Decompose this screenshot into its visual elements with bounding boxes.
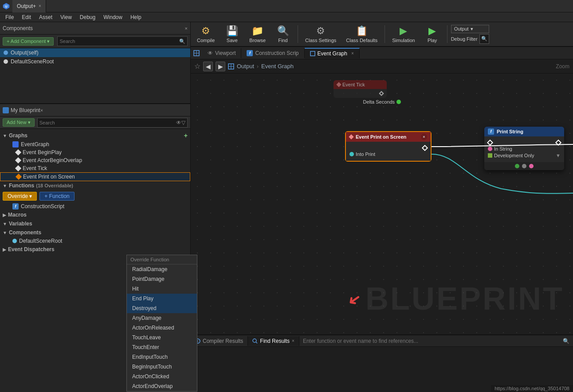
debug-search-button[interactable]: 🔍 (479, 34, 489, 44)
favorite-icon[interactable]: ☆ (194, 62, 200, 70)
class-settings-button[interactable]: ⚙ Class Settings (302, 23, 340, 45)
graphs-section-header[interactable]: ▼ Graphs + (0, 131, 190, 140)
event-begin-play-item[interactable]: Event BeginPlay (0, 148, 190, 156)
components-search-input[interactable] (59, 39, 179, 44)
menu-asset[interactable]: Asset (35, 13, 56, 21)
variables-section-header[interactable]: ▼ Variables (0, 219, 190, 228)
override-item-touchenter[interactable]: TouchEnter (127, 342, 197, 352)
zoom-label: Zoom (556, 63, 569, 70)
find-results-close-icon[interactable]: × (292, 338, 294, 343)
dispatchers-label: Event Dispatchers (8, 246, 55, 252)
compiler-results-tab[interactable]: ! Compiler Results (191, 336, 248, 346)
event-graph-item[interactable]: EventGraph (0, 140, 190, 148)
macros-arrow-icon: ▶ (3, 213, 6, 217)
print-exec-in-icon (487, 140, 493, 146)
override-item-begininputtouch[interactable]: BeginInputTouch (127, 362, 197, 372)
override-item-endinputtouch[interactable]: EndInputTouch (127, 352, 197, 362)
override-item-actorendoverlap[interactable]: ActorEndOverlap (127, 381, 197, 391)
event-dispatchers-section-header[interactable]: ▶ Event Dispatchers (0, 245, 190, 254)
menu-help[interactable]: Help (127, 13, 145, 21)
toolbar-separator2 (385, 25, 385, 43)
override-item-hit[interactable]: Hit (127, 284, 197, 294)
breadcrumb-event-graph[interactable]: Event Graph (261, 63, 294, 70)
back-button[interactable]: ◀ (203, 62, 213, 71)
event-print-on-screen-node[interactable]: Event Print on Screen × Into Print (345, 131, 432, 162)
find-search-input[interactable] (303, 338, 563, 344)
graph-canvas[interactable]: Event Tick Delta Seconds Event Print on … (191, 74, 573, 334)
browse-label: Browse (249, 38, 266, 43)
components-panel-header: Components × (0, 22, 190, 35)
event-graph-tab-close-icon[interactable]: × (351, 51, 354, 56)
tab-close-icon[interactable]: × (39, 4, 41, 8)
output-dropdown[interactable]: Output ▾ (451, 25, 489, 33)
menu-window[interactable]: Window (100, 13, 126, 21)
simulation-icon: ▶ (400, 25, 407, 37)
construction-tab[interactable]: f Construction Scrip (241, 48, 304, 58)
eye-icon[interactable]: 👁 (176, 120, 181, 126)
add-function-button[interactable]: + Function (39, 192, 74, 201)
macros-section-header[interactable]: ▶ Macros (0, 210, 190, 219)
override-item-destroyed[interactable]: Destroyed (127, 303, 197, 313)
event-print-on-screen-item[interactable]: Event Print on Screen (0, 172, 190, 181)
class-settings-label: Class Settings (305, 38, 336, 43)
menu-view[interactable]: View (57, 13, 75, 21)
output-tab[interactable]: Output+ × (12, 0, 46, 12)
component-item-output[interactable]: Output(self) (0, 48, 190, 57)
event-tick-node[interactable]: Event Tick (334, 80, 387, 98)
dev-only-dropdown-icon[interactable]: ▼ (556, 153, 561, 158)
event-print-on-screen-icon (16, 174, 22, 180)
graphs-add-icon[interactable]: + (184, 132, 188, 139)
breadcrumb-output[interactable]: Output (237, 63, 254, 70)
filter-icon[interactable]: ▽ (181, 120, 185, 126)
add-new-button[interactable]: Add New ▾ (3, 118, 35, 127)
component-item-defaultscene[interactable]: DefaultSceneRoot (0, 57, 190, 66)
event-tick-item[interactable]: Event Tick (0, 164, 190, 172)
override-button[interactable]: Override ▾ (3, 192, 37, 201)
blueprint-icon (3, 107, 9, 113)
simulation-button[interactable]: ▶ Simulation (389, 23, 418, 45)
components-close-icon[interactable]: × (185, 26, 188, 31)
override-item-actoronreleased[interactable]: ActorOnReleased (127, 323, 197, 333)
override-item-radialdamage[interactable]: RadialDamage (127, 264, 197, 274)
blueprint-close-icon[interactable]: × (40, 108, 43, 113)
event-tick-title: Event Tick (342, 82, 365, 87)
menu-edit[interactable]: Edit (18, 13, 35, 21)
compile-button[interactable]: ⚙ Compile (193, 23, 218, 45)
menu-file[interactable]: File (2, 13, 17, 21)
components-section-header[interactable]: ▼ Components (0, 228, 190, 237)
print-string-node[interactable]: f Print String In String (484, 127, 564, 170)
find-button[interactable]: 🔍 Find (272, 23, 294, 45)
find-results-tab[interactable]: Find Results × (248, 336, 299, 346)
play-button[interactable]: ▶ Play (421, 23, 443, 45)
viewport-tab[interactable]: 👁 Viewport (202, 48, 241, 58)
event-graph-tab[interactable]: Event Graph × (305, 48, 360, 58)
construction-script-label: ConstructionScript (21, 203, 64, 210)
save-button[interactable]: 💾 Save (221, 23, 243, 45)
event-node-close-button[interactable]: × (421, 134, 427, 140)
component-label2: DefaultSceneRoot (11, 58, 54, 65)
event-tick-body (334, 89, 387, 98)
forward-button[interactable]: ▶ (216, 62, 225, 71)
override-item-anydamage[interactable]: AnyDamage (127, 313, 197, 323)
functions-section-header[interactable]: ▼ Functions (18 Overridable) (0, 181, 190, 190)
override-item-endplay[interactable]: End Play (127, 294, 197, 303)
construction-script-item[interactable]: f ConstructionScript (0, 202, 190, 210)
bp-search-input[interactable] (39, 120, 174, 125)
bottom-tabs: ! Compiler Results Find Results × 🔍 (191, 335, 573, 347)
browse-button[interactable]: 📁 Browse (246, 23, 269, 45)
url-bar: https://blog.csdn.net/qq_35014708 (491, 385, 573, 392)
default-scene-root-item[interactable]: DefaultSceneRoot (0, 237, 190, 245)
class-defaults-button[interactable]: 📋 Class Defaults (342, 23, 381, 45)
override-item-actoronclicked[interactable]: ActorOnClicked (127, 372, 197, 381)
exec-out-pin-icon (422, 145, 428, 151)
menu-debug[interactable]: Debug (76, 13, 99, 21)
event-graph-icon (12, 141, 19, 147)
functions-label: Functions (9, 182, 34, 189)
override-item-touchleave[interactable]: TouchLeave (127, 333, 197, 342)
event-actor-begin-overlap-item[interactable]: Event ActorBeginOverlap (0, 156, 190, 164)
override-item-pointdamage[interactable]: PointDamage (127, 274, 197, 284)
add-component-button[interactable]: + Add Component ▾ (3, 37, 54, 46)
find-search-icon[interactable]: 🔍 (563, 338, 569, 344)
macros-label: Macros (8, 212, 27, 218)
print-exec-in-pin (488, 140, 561, 145)
